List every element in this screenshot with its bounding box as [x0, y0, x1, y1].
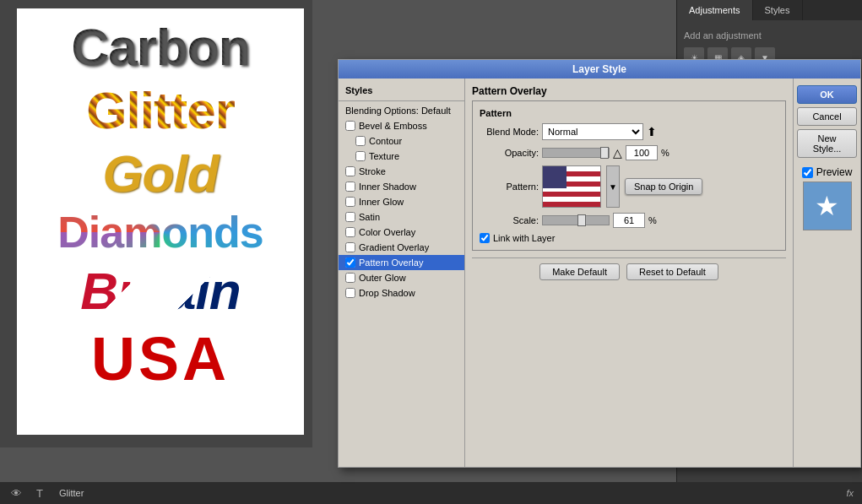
sidebar-item-bevel[interactable]: Bevel & Emboss [339, 118, 464, 133]
sidebar-item-inner-shadow[interactable]: Inner Shadow [339, 179, 464, 194]
sidebar-item-outer-glow[interactable]: Outer Glow [339, 270, 464, 285]
scale-label: Scale: [480, 215, 539, 225]
sidebar-header: Styles [339, 82, 464, 99]
pattern-overlay-label: Pattern Overlay [359, 257, 423, 268]
subsection-title: Pattern [480, 108, 778, 118]
canvas-area: Carbon Glitter Gold Diamonds Britain USA [0, 0, 312, 447]
visibility-icon[interactable]: 👁 [8, 485, 24, 501]
sidebar-item-stroke[interactable]: Stroke [339, 164, 464, 179]
drop-shadow-checkbox[interactable] [345, 288, 355, 298]
text-britain: Britain [80, 261, 240, 321]
make-default-button[interactable]: Make Default [539, 263, 620, 280]
pattern-overlay-checkbox[interactable] [345, 257, 355, 268]
new-style-button[interactable]: New Style... [797, 129, 857, 158]
sidebar-divider-1 [339, 100, 464, 101]
text-carbon: Carbon [72, 17, 250, 77]
pattern-label: Pattern: [480, 182, 539, 192]
ok-button[interactable]: OK [797, 85, 857, 104]
sidebar-item-texture[interactable]: Texture [339, 149, 464, 164]
add-adjustment-label: Add an adjustment [684, 27, 855, 44]
sidebar-item-color-overlay[interactable]: Color Overlay [339, 225, 464, 240]
opacity-slider[interactable] [542, 148, 610, 158]
sidebar-item-gradient-overlay[interactable]: Gradient Overlay [339, 240, 464, 255]
stroke-checkbox[interactable] [345, 166, 355, 176]
opacity-input[interactable] [626, 145, 658, 160]
opacity-label: Opacity: [480, 148, 539, 158]
opacity-row: Opacity: △ % [480, 145, 778, 160]
canvas-inner: Carbon Glitter Gold Diamonds Britain USA [17, 8, 304, 435]
link-layer-checkbox[interactable] [480, 233, 490, 243]
dialog-title-bar: Layer Style [339, 60, 860, 79]
scale-row: Scale: % [480, 213, 778, 228]
pattern-row: Pattern: ▼ Snap to Origin [480, 165, 778, 208]
satin-checkbox[interactable] [345, 212, 355, 222]
bottom-fx: fx [846, 488, 854, 498]
scale-percent: % [648, 215, 657, 225]
opacity-percent: % [661, 148, 670, 158]
sidebar-item-blending[interactable]: Blending Options: Default [339, 103, 464, 118]
gradient-overlay-checkbox[interactable] [345, 242, 355, 252]
blend-mode-row: Blend Mode: Normal Multiply Screen Overl… [480, 123, 778, 140]
cancel-button[interactable]: Cancel [797, 107, 857, 126]
sidebar-item-satin[interactable]: Satin [339, 209, 464, 225]
preview-thumbnail: ★ [803, 182, 852, 230]
scale-input[interactable] [613, 213, 645, 228]
bevel-checkbox[interactable] [345, 121, 355, 131]
texture-checkbox[interactable] [355, 151, 366, 161]
texture-label: Texture [369, 151, 399, 161]
inner-shadow-checkbox[interactable] [345, 182, 355, 192]
link-layer-label: Link with Layer [493, 233, 555, 243]
preview-star: ★ [804, 182, 851, 230]
tab-styles[interactable]: Styles [753, 0, 803, 20]
inner-glow-checkbox[interactable] [345, 197, 355, 207]
stroke-label: Stroke [359, 166, 386, 176]
pattern-picker-btn[interactable]: ▼ [606, 165, 620, 208]
inner-shadow-label: Inner Shadow [359, 182, 416, 192]
dialog-right-buttons: OK Cancel New Style... Preview ★ [793, 79, 860, 467]
opacity-triangle: △ [613, 146, 622, 160]
dialog-sidebar: Styles Blending Options: Default Bevel &… [339, 79, 465, 467]
section-box: Pattern Blend Mode: Normal Multiply Scre… [472, 100, 786, 251]
pattern-blue [543, 166, 567, 188]
bottom-layer-name: Glitter [59, 488, 84, 498]
color-overlay-checkbox[interactable] [345, 227, 355, 237]
blending-label: Blending Options: Default [345, 106, 451, 116]
drop-shadow-label: Drop Shadow [359, 288, 415, 298]
sidebar-item-drop-shadow[interactable]: Drop Shadow [339, 285, 464, 301]
bevel-label: Bevel & Emboss [359, 121, 427, 131]
text-glitter: Glitter [86, 80, 235, 140]
scale-slider[interactable] [542, 215, 610, 225]
sidebar-item-pattern-overlay[interactable]: Pattern Overlay [339, 255, 464, 270]
preview-label: Preview [816, 166, 853, 178]
snap-origin-button[interactable]: Snap to Origin [625, 178, 702, 195]
text-usa: USA [91, 324, 230, 393]
pattern-preview-area: ▼ Snap to Origin [542, 165, 702, 208]
section-title: Pattern Overlay [472, 85, 786, 97]
blend-mode-select[interactable]: Normal Multiply Screen Overlay [542, 123, 643, 140]
contour-checkbox[interactable] [355, 136, 366, 146]
preview-checkbox-row: Preview [802, 166, 853, 178]
text-diamonds: Diamonds [57, 207, 263, 257]
pattern-preview-box[interactable] [542, 165, 601, 208]
reset-default-button[interactable]: Reset to Default [626, 263, 718, 280]
layer-style-dialog: Layer Style Styles Blending Options: Def… [338, 59, 861, 468]
dialog-main: Pattern Overlay Pattern Blend Mode: Norm… [465, 79, 793, 467]
outer-glow-checkbox[interactable] [345, 273, 355, 283]
blend-mode-label: Blend Mode: [480, 127, 539, 137]
gradient-overlay-label: Gradient Overlay [359, 242, 429, 252]
brush-icon[interactable]: T [32, 485, 47, 501]
right-panel-tabs: Adjustments Styles [677, 0, 862, 20]
color-overlay-label: Color Overlay [359, 227, 415, 237]
blend-mode-arrow[interactable]: ⬆ [647, 125, 657, 138]
preview-section: Preview ★ [797, 166, 857, 230]
sidebar-item-contour[interactable]: Contour [339, 133, 464, 149]
link-layer-row: Link with Layer [480, 233, 778, 243]
preview-checkbox[interactable] [802, 167, 813, 178]
bottom-dialog-btns: Make Default Reset to Default [472, 257, 786, 285]
bottom-bar: 👁 T Glitter fx [0, 482, 862, 504]
contour-label: Contour [369, 136, 402, 146]
outer-glow-label: Outer Glow [359, 273, 406, 283]
text-gold: Gold [102, 144, 218, 203]
sidebar-item-inner-glow[interactable]: Inner Glow [339, 194, 464, 209]
tab-adjustments[interactable]: Adjustments [677, 0, 753, 20]
